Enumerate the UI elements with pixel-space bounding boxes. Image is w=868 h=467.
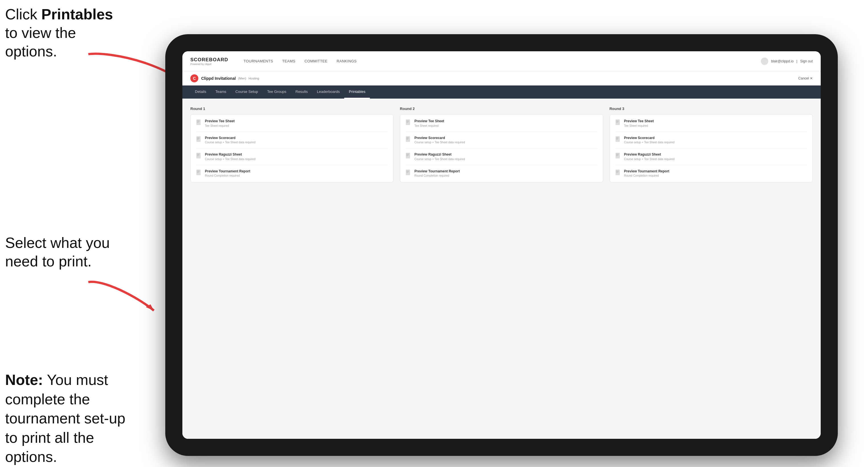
- svg-rect-22: [406, 136, 410, 142]
- nav-teams[interactable]: TEAMS: [278, 57, 299, 65]
- svg-rect-8: [197, 138, 199, 139]
- svg-rect-41: [616, 139, 618, 139]
- tournament-badge: (Men): [238, 76, 246, 80]
- svg-rect-18: [406, 119, 410, 125]
- svg-rect-2: [196, 119, 200, 125]
- round-1-title: Round 1: [190, 106, 394, 111]
- tournament-name: Clippd Invitational: [201, 76, 236, 81]
- r1-tee-sheet[interactable]: Preview Tee Sheet Tee Sheet required: [196, 119, 388, 128]
- svg-rect-27: [406, 154, 409, 154]
- r2-tee-sheet[interactable]: Preview Tee Sheet Tee Sheet required: [405, 119, 597, 128]
- r1-scorecard[interactable]: Preview Scorecard Course setup + Tee She…: [196, 136, 388, 145]
- r1-tee-sheet-text: Preview Tee Sheet Tee Sheet required: [205, 119, 235, 128]
- svg-rect-20: [406, 121, 409, 122]
- svg-rect-47: [616, 171, 619, 171]
- r2-divider-2: [405, 148, 597, 149]
- tablet-device: SCOREBOARD Powered by clippd TOURNAMENTS…: [165, 34, 838, 456]
- nav-tournaments[interactable]: TOURNAMENTS: [240, 57, 277, 65]
- svg-rect-35: [616, 121, 619, 121]
- r2-divider-1: [405, 132, 597, 132]
- svg-rect-10: [196, 153, 200, 158]
- top-nav-right: blair@clippd.io | Sign out: [761, 58, 813, 65]
- r1-tee-sheet-icon: [196, 119, 202, 127]
- svg-rect-9: [197, 139, 198, 139]
- annotation-bottom: Note: You must complete the tournament s…: [5, 370, 133, 467]
- r3-divider-1: [615, 132, 807, 132]
- r1-raguzzi[interactable]: Preview Raguzzi Sheet Course setup + Tee…: [196, 152, 388, 161]
- r2-tournament-report-text: Preview Tournament Report Round Completi…: [414, 169, 460, 178]
- scoreboard-logo: SCOREBOARD Powered by clippd: [190, 57, 228, 65]
- round-2-section: Round 2 Preview Tee Sheet Tee S: [400, 106, 603, 182]
- r3-scorecard[interactable]: Preview Scorecard Course setup + Tee She…: [615, 136, 807, 145]
- r1-raguzzi-label: Preview Raguzzi Sheet: [205, 152, 255, 157]
- r2-scorecard-sublabel: Course setup + Tee Sheet data required: [414, 141, 465, 144]
- round-3-section: Round 3 Preview Tee Sheet Tee S: [610, 106, 813, 182]
- svg-rect-28: [406, 155, 409, 155]
- logo-title: SCOREBOARD: [190, 57, 228, 63]
- r3-tournament-report-label: Preview Tournament Report: [624, 169, 670, 174]
- svg-rect-15: [197, 171, 199, 171]
- arrow-middle-icon: [80, 274, 157, 319]
- r1-tournament-report-label: Preview Tournament Report: [205, 169, 250, 174]
- r2-scorecard[interactable]: Preview Scorecard Course setup + Tee She…: [405, 136, 597, 145]
- svg-rect-43: [616, 154, 619, 154]
- tablet-screen: SCOREBOARD Powered by clippd TOURNAMENTS…: [182, 51, 821, 439]
- svg-rect-38: [616, 136, 620, 142]
- svg-rect-36: [616, 121, 619, 122]
- r3-tournament-report[interactable]: Preview Tournament Report Round Completi…: [615, 169, 807, 178]
- nav-rankings[interactable]: RANKINGS: [333, 57, 361, 65]
- r1-tee-sheet-sublabel: Tee Sheet required: [205, 124, 235, 128]
- r2-raguzzi-sublabel: Course setup + Tee Sheet data required: [414, 157, 465, 161]
- svg-rect-39: [616, 137, 619, 138]
- svg-rect-44: [616, 155, 619, 155]
- r2-scorecard-icon: [405, 136, 411, 144]
- top-nav: SCOREBOARD Powered by clippd TOURNAMENTS…: [182, 51, 821, 71]
- r1-tournament-report[interactable]: Preview Tournament Report Round Completi…: [196, 169, 388, 178]
- r2-tournament-report[interactable]: Preview Tournament Report Round Completi…: [405, 169, 597, 178]
- svg-rect-24: [406, 138, 409, 139]
- r1-tournament-report-sublabel: Round Completion required: [205, 174, 250, 178]
- r3-raguzzi-label: Preview Raguzzi Sheet: [624, 152, 675, 157]
- svg-rect-31: [406, 171, 409, 171]
- content-area: Round 1 Preview Tee Sheet Tee S: [182, 99, 821, 439]
- r1-scorecard-sublabel: Course setup + Tee Sheet data required: [205, 141, 255, 144]
- r3-tee-sheet[interactable]: Preview Tee Sheet Tee Sheet required: [615, 119, 807, 128]
- svg-rect-17: [197, 173, 198, 173]
- user-avatar: [761, 58, 768, 65]
- annotation-middle: Select what you need to print.: [5, 234, 114, 271]
- tab-details[interactable]: Details: [190, 86, 211, 99]
- r1-raguzzi-icon: [196, 153, 202, 160]
- tab-course-setup[interactable]: Course Setup: [231, 86, 263, 99]
- r3-raguzzi[interactable]: Preview Raguzzi Sheet Course setup + Tee…: [615, 152, 807, 161]
- r1-divider-1: [196, 132, 388, 132]
- svg-rect-3: [197, 121, 199, 121]
- tournament-hosting: Hosting: [248, 76, 259, 80]
- svg-rect-40: [616, 138, 619, 139]
- r3-raguzzi-sublabel: Course setup + Tee Sheet data required: [624, 157, 675, 161]
- r3-raguzzi-text: Preview Raguzzi Sheet Course setup + Tee…: [624, 152, 675, 161]
- tab-tee-groups[interactable]: Tee Groups: [263, 86, 291, 99]
- tab-bar: Details Teams Course Setup Tee Groups Re…: [182, 86, 821, 99]
- tab-printables[interactable]: Printables: [344, 86, 370, 99]
- svg-marker-1: [146, 304, 154, 311]
- tab-results[interactable]: Results: [291, 86, 312, 99]
- svg-rect-21: [406, 122, 408, 123]
- svg-rect-11: [197, 154, 199, 154]
- svg-rect-23: [406, 137, 409, 138]
- r2-scorecard-label: Preview Scorecard: [414, 136, 465, 141]
- r1-scorecard-label: Preview Scorecard: [205, 136, 255, 141]
- r2-raguzzi[interactable]: Preview Raguzzi Sheet Course setup + Tee…: [405, 152, 597, 161]
- sign-out-link[interactable]: Sign out: [800, 59, 813, 63]
- tournament-bar: C Clippd Invitational (Men) Hosting Canc…: [182, 71, 821, 86]
- r3-tournament-report-icon: [615, 169, 621, 177]
- round-2-title: Round 2: [400, 106, 603, 111]
- round-1-section: Round 1 Preview Tee Sheet Tee S: [190, 106, 394, 182]
- svg-rect-4: [197, 121, 199, 122]
- tab-leaderboards[interactable]: Leaderboards: [312, 86, 344, 99]
- nav-committee[interactable]: COMMITTEE: [301, 57, 332, 65]
- annotation-note-label: Note:: [5, 372, 43, 388]
- svg-rect-30: [406, 169, 410, 175]
- cancel-button[interactable]: Cancel ✕: [798, 76, 813, 80]
- tab-teams[interactable]: Teams: [211, 86, 231, 99]
- r2-raguzzi-text: Preview Raguzzi Sheet Course setup + Tee…: [414, 152, 465, 161]
